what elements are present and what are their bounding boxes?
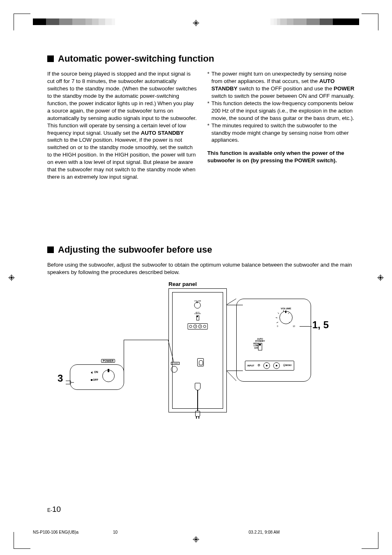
leader-line bbox=[300, 326, 312, 327]
auto-standby-switch-small-icon: AUTOSTANDBY bbox=[194, 312, 201, 320]
intro-text: Before using the subwoofer, adjust the s… bbox=[47, 261, 357, 276]
paragraph: If the source being played is stopped an… bbox=[47, 70, 197, 122]
power-label: POWER bbox=[101, 359, 115, 363]
crop-mark bbox=[362, 532, 378, 549]
svg-line-16 bbox=[226, 299, 236, 305]
list-item: *The minutes required to switch the subw… bbox=[208, 122, 357, 144]
registration-mark-icon bbox=[8, 274, 15, 281]
input-label: INPUT bbox=[247, 364, 254, 367]
on-indicator-icon bbox=[91, 371, 92, 374]
list-item: *The power might turn on unexpectedly by… bbox=[208, 70, 357, 100]
print-footer: NS-P100-106 ENG(UB)a 10 03.2.21, 9:08 AM bbox=[33, 530, 359, 534]
list-item: *This function detects the low-frequency… bbox=[208, 100, 357, 122]
leader-line bbox=[166, 336, 174, 378]
svg-line-20 bbox=[278, 313, 279, 314]
svg-line-22 bbox=[276, 318, 277, 318]
section-title-1: Automatic power-switching function bbox=[58, 53, 214, 64]
section-heading-2: Adjusting the subwoofer before use bbox=[47, 244, 357, 255]
square-bullet-icon bbox=[47, 246, 54, 253]
square-bullet-icon bbox=[47, 55, 54, 62]
off-label: OFF bbox=[93, 378, 98, 381]
standby-switch-icon bbox=[258, 343, 262, 350]
svg-line-24 bbox=[277, 322, 278, 323]
rear-panel-outline: VOLUME AUTOSTANDBY POWER bbox=[168, 288, 227, 412]
power-callout-box: POWER ON OFF bbox=[70, 364, 124, 390]
volume-scale: 010 bbox=[277, 325, 295, 327]
input-jacks: INPUT Ⓡ Ⓛ/MONO bbox=[245, 361, 294, 371]
leader-line bbox=[124, 340, 168, 340]
power-cord-icon bbox=[195, 383, 201, 417]
crop-mark bbox=[14, 532, 30, 549]
doc-page: 10 bbox=[113, 530, 249, 534]
callout-step-1-5: 1, 5 bbox=[312, 319, 329, 331]
diagram-rear-panel: Rear panel VOLUME AUTOSTANDBY bbox=[47, 288, 357, 453]
volume-control: VOLUME bbox=[276, 307, 296, 327]
registration-mark-icon bbox=[193, 536, 199, 543]
off-indicator-icon bbox=[91, 379, 92, 381]
color-bar bbox=[33, 18, 115, 25]
power-knob-icon bbox=[102, 370, 115, 382]
channel-r-label: Ⓡ bbox=[258, 364, 260, 367]
zoom-callout-box: VOLUME bbox=[236, 299, 311, 382]
on-label: ON bbox=[94, 371, 98, 373]
leader-line bbox=[124, 340, 124, 377]
input-jacks-small-icon bbox=[188, 323, 208, 329]
callout-step-3: 3 bbox=[58, 373, 63, 384]
crop-mark bbox=[14, 14, 30, 30]
svg-line-18 bbox=[168, 340, 174, 362]
volume-knob-icon bbox=[279, 311, 293, 324]
page-number: E-10 bbox=[47, 505, 61, 514]
channel-l-label: Ⓛ/MONO bbox=[283, 364, 292, 367]
rear-panel-label: Rear panel bbox=[168, 281, 197, 287]
note-text: This function is available only when the… bbox=[208, 150, 357, 164]
volume-knob-small-icon: VOLUME bbox=[194, 300, 201, 309]
section-heading-1: Automatic power-switching function bbox=[47, 53, 357, 64]
rca-jack-icon bbox=[273, 362, 280, 369]
registration-mark-icon bbox=[193, 20, 199, 26]
doc-timestamp: 03.2.21, 9:08 AM bbox=[249, 530, 359, 534]
paragraph: This function will operate by sensing a … bbox=[47, 122, 197, 181]
color-bar bbox=[270, 18, 359, 25]
rca-jack-icon bbox=[263, 362, 270, 369]
section-title-2: Adjusting the subwoofer before use bbox=[58, 244, 212, 255]
registration-mark-icon bbox=[377, 274, 384, 281]
doc-filename: NS-P100-106 ENG(UB)a bbox=[33, 530, 113, 534]
svg-line-17 bbox=[226, 371, 236, 381]
auto-standby-control: HIGHLOWOFF AUTOSTANDBY bbox=[255, 338, 265, 350]
ac-inlet-icon bbox=[197, 358, 204, 366]
crop-mark bbox=[362, 14, 378, 30]
rear-panel-inner: VOLUME AUTOSTANDBY POWER bbox=[172, 292, 223, 409]
